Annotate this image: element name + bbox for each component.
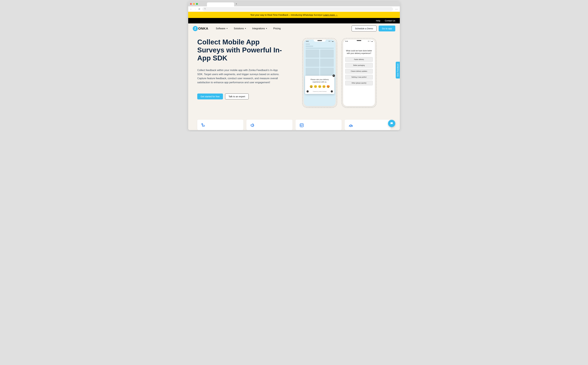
- phone-mockup-2: 9:41 ••• ⋮ ▬ What could we have done bet…: [342, 38, 376, 108]
- help-link[interactable]: Help: [376, 20, 380, 22]
- talk-to-expert-button[interactable]: Talk to an expert: [225, 93, 249, 99]
- announce-link[interactable]: Learn more →: [323, 14, 338, 16]
- chevron-down-icon: ▼: [226, 28, 228, 29]
- phone-time: 9:41: [306, 41, 309, 42]
- go-to-app-button[interactable]: Go to app: [379, 26, 395, 31]
- browser-nav-bar: ← → ⟳ ⋯: [188, 6, 400, 12]
- feature-card[interactable]: [345, 120, 391, 130]
- refresh-icon: [299, 123, 338, 129]
- svg-point-0: [205, 8, 205, 9]
- svg-point-7: [352, 126, 352, 126]
- contact-link[interactable]: Contact Us: [385, 20, 395, 22]
- feature-card[interactable]: [296, 120, 342, 130]
- back-button[interactable]: ←: [190, 8, 192, 10]
- reload-button[interactable]: ⟳: [198, 8, 200, 10]
- hero-description: Collect feedback within your mobile app …: [197, 68, 282, 84]
- main-nav: Z ONKA Software▼ Solutions▼ Integrations…: [188, 23, 400, 34]
- gauge-icon: [348, 123, 387, 129]
- powered-by-text: Powered by Zonka Feedback: [313, 91, 326, 92]
- nav-pricing[interactable]: Pricing: [273, 27, 281, 30]
- chevron-down-icon: ▼: [245, 28, 246, 29]
- svg-point-2: [202, 123, 203, 125]
- survey-option[interactable]: Nothing, it was perfect: [345, 75, 373, 79]
- survey-question: What could we have done better with your…: [345, 49, 373, 55]
- top-bar: Help Contact Us: [188, 18, 400, 23]
- chevron-down-icon: ▼: [266, 28, 267, 29]
- nav-solutions[interactable]: Solutions▼: [234, 27, 246, 30]
- svg-point-6: [349, 126, 350, 126]
- svg-point-8: [351, 125, 351, 125]
- svg-line-1: [205, 9, 206, 9]
- user-flow-icon: [201, 123, 240, 129]
- nav-integrations[interactable]: Integrations▼: [252, 27, 267, 30]
- survey-option[interactable]: Faster delivery: [345, 57, 373, 62]
- feature-card[interactable]: [246, 120, 292, 130]
- feature-card[interactable]: [197, 120, 243, 130]
- emoji-rating-row: 😩 😕 😐 😊 😍: [306, 85, 333, 88]
- phone-mockup-1: 9:41 ••• ⋮ ▬ ✕: [302, 38, 337, 108]
- nav-software[interactable]: Software▼: [216, 27, 228, 30]
- logo[interactable]: Z ONKA: [193, 26, 208, 31]
- close-window-button[interactable]: [190, 3, 192, 5]
- maximize-window-button[interactable]: [196, 3, 198, 5]
- forward-button[interactable]: →: [194, 8, 196, 10]
- popup-prev-button[interactable]: ‹: [306, 90, 309, 92]
- survey-option[interactable]: Better packaging: [345, 63, 373, 68]
- survey-option[interactable]: Clearer delivery updates: [345, 69, 373, 74]
- close-popup-button[interactable]: ✕: [333, 75, 335, 77]
- logo-badge: Z: [193, 26, 198, 31]
- browser-tab[interactable]: [207, 2, 234, 6]
- phone-status-icons: ••• ⋮ ▬: [329, 41, 333, 42]
- emoji-rating-4[interactable]: 😊: [322, 85, 326, 88]
- phone-time: 9:41: [345, 41, 348, 42]
- popup-next-button[interactable]: ›: [331, 90, 333, 92]
- emoji-rating-5[interactable]: 😍: [326, 85, 330, 88]
- phone-status-icons: ••• ⋮ ▬: [368, 41, 373, 42]
- more-menu-button[interactable]: ⋯: [395, 7, 398, 11]
- popup-question: Please rate your delivery experience wit…: [306, 78, 333, 83]
- url-bar[interactable]: [202, 7, 393, 11]
- emoji-rating-2[interactable]: 😕: [314, 85, 317, 88]
- search-icon: [204, 8, 206, 10]
- survey-popup: ✕ Please rate your delivery experience w…: [305, 76, 334, 94]
- window-chrome: +: [188, 1, 400, 6]
- emoji-rating-1[interactable]: 😩: [310, 85, 313, 88]
- feature-cards-row: [188, 120, 400, 130]
- logo-text: ONKA: [198, 27, 208, 30]
- hero-title: Collect Mobile App Surveys with Powerful…: [197, 38, 282, 62]
- megaphone-icon: [250, 123, 289, 129]
- announce-bar: Text your way to Real-Time Feedback – In…: [188, 12, 400, 18]
- emoji-rating-3[interactable]: 😐: [318, 85, 321, 88]
- survey-option[interactable]: Other (please specify): [345, 81, 373, 85]
- give-feedback-tab[interactable]: Give Feedback: [396, 62, 400, 78]
- get-started-button[interactable]: Get started for free: [197, 93, 223, 99]
- schedule-demo-button[interactable]: Schedule a Demo: [352, 26, 376, 31]
- hero-section: Collect Mobile App Surveys with Powerful…: [188, 34, 400, 114]
- minimize-window-button[interactable]: [193, 3, 195, 5]
- new-tab-button[interactable]: +: [236, 3, 237, 5]
- chat-widget-button[interactable]: [388, 120, 395, 127]
- announce-text: Text your way to Real-Time Feedback – In…: [250, 14, 323, 16]
